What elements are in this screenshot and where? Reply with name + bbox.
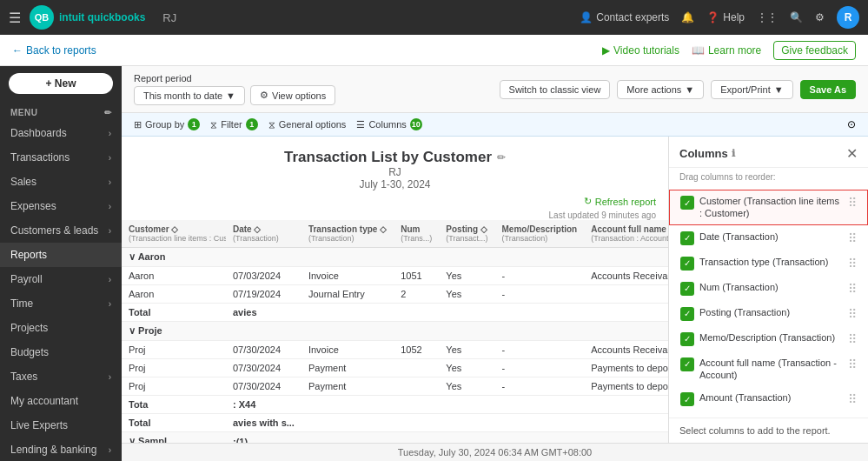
avatar[interactable]: R: [837, 6, 859, 29]
column-item-8[interactable]: ✓Open balance (Transaction)⠿: [669, 411, 868, 418]
report-title-area: Transaction List by Customer ✏ RJ July 1…: [122, 137, 668, 196]
column-item-1[interactable]: ✓Date (Transaction)⠿: [669, 225, 868, 251]
sidebar-items: Dashboards›Transactions›Sales›Expenses›C…: [0, 121, 122, 461]
table-cell: [439, 432, 494, 444]
sidebar-item-sales[interactable]: Sales›: [0, 170, 122, 194]
table-cell: [301, 432, 394, 444]
status-bar: Tuesday, July 30, 2024 06:34 AM GMT+08:0…: [122, 443, 868, 461]
drag-handle-icon-5[interactable]: ⠿: [848, 332, 857, 346]
column-item-5[interactable]: ✓Memo/Description (Transaction)⠿: [669, 326, 868, 351]
export-print-button[interactable]: Export/Print ▼: [711, 80, 792, 99]
column-label-5: Memo/Description (Transaction): [699, 331, 843, 344]
column-item-3[interactable]: ✓Num (Transaction)⠿: [669, 276, 868, 301]
refresh-report-button[interactable]: ↻ Refresh report: [584, 196, 656, 207]
settings-icon[interactable]: ⚙: [815, 11, 825, 23]
sidebar-item-my-accountant[interactable]: My accountant: [0, 389, 122, 413]
drag-handle-icon-1[interactable]: ⠿: [848, 231, 857, 245]
column-checkbox-6[interactable]: ✓: [680, 357, 694, 371]
switch-classic-button[interactable]: Switch to classic view: [500, 80, 611, 99]
learn-more-link[interactable]: 📖 Learn more: [692, 44, 761, 57]
column-checkbox-7[interactable]: ✓: [680, 392, 694, 406]
drag-handle-icon-2[interactable]: ⠿: [848, 257, 857, 271]
column-item-2[interactable]: ✓Transaction type (Transaction)⠿: [669, 251, 868, 276]
drag-handle-icon-0[interactable]: ⠿: [848, 196, 857, 210]
col-header-4: Posting ◇(Transact...): [439, 220, 494, 248]
table-cell: [584, 432, 668, 444]
give-feedback-link[interactable]: Give feedback: [773, 41, 856, 60]
column-item-6[interactable]: ✓Account full name (Transaction - Accoun…: [669, 351, 868, 387]
table-cell: [439, 322, 494, 341]
column-checkbox-1[interactable]: ✓: [680, 231, 694, 245]
sidebar-item-transactions[interactable]: Transactions›: [0, 145, 122, 170]
sidebar-item-reports[interactable]: Reports: [0, 243, 122, 267]
column-checkbox-5[interactable]: ✓: [680, 332, 694, 346]
table-cell: Yes: [439, 285, 494, 304]
table-cell: [584, 396, 668, 414]
drag-handle-icon-4[interactable]: ⠿: [848, 307, 857, 321]
sidebar-item-budgets[interactable]: Budgets: [0, 340, 122, 364]
sidebar-item-expenses[interactable]: Expenses›: [0, 194, 122, 218]
general-options-button[interactable]: ⧖ General options: [268, 119, 347, 130]
table-cell: [495, 414, 585, 432]
close-columns-panel-button[interactable]: ✕: [846, 145, 858, 162]
sidebar-item-lending-banking[interactable]: Lending & banking›: [0, 438, 122, 461]
table-cell: [226, 322, 301, 341]
group-by-button[interactable]: ⊞ Group by 1: [134, 118, 200, 130]
view-options-button[interactable]: ⚙ View options: [250, 85, 335, 105]
report-subtitle: RJ: [122, 166, 668, 178]
info-icon: ℹ: [732, 148, 735, 159]
table-cell: 1051: [394, 267, 439, 285]
table-cell: [495, 396, 585, 414]
table-cell: [394, 248, 439, 267]
sidebar-item-taxes[interactable]: Taxes›: [0, 364, 122, 389]
chevron-right-icon: ›: [109, 299, 111, 309]
column-item-4[interactable]: ✓Posting (Transaction)⠿: [669, 301, 868, 326]
more-actions-button[interactable]: More actions ▼: [617, 80, 704, 99]
sidebar-item-customers-leads[interactable]: Customers & leads›: [0, 218, 122, 243]
drag-handle-icon-6[interactable]: ⠿: [848, 357, 857, 371]
back-arrow-icon: ←: [12, 44, 23, 57]
sidebar-item-projects[interactable]: Projects: [0, 316, 122, 340]
sidebar-item-dashboards[interactable]: Dashboards›: [0, 121, 122, 145]
save-as-button[interactable]: Save As: [800, 80, 856, 99]
column-item-0[interactable]: ✓Customer (Transaction line items : Cust…: [669, 190, 868, 225]
help-button[interactable]: ❓ Help: [706, 11, 745, 23]
table-cell: [226, 248, 301, 267]
columns-panel-title: Columns ℹ: [679, 147, 735, 160]
table-row: Proj07/30/2024PaymentYes-Payments to dep…: [122, 359, 668, 377]
contact-experts-button[interactable]: 👤 Contact experts: [580, 11, 669, 23]
columns-button[interactable]: ☰ Columns 10: [356, 118, 421, 130]
table-cell: 07/03/2024: [226, 267, 301, 285]
column-checkbox-3[interactable]: ✓: [680, 282, 694, 296]
apps-grid-icon[interactable]: ⋮⋮: [757, 11, 778, 23]
video-tutorials-link[interactable]: ▶ Video tutorials: [602, 44, 679, 57]
collapse-icon[interactable]: ⊙: [847, 118, 856, 130]
hamburger-icon[interactable]: ☰: [9, 10, 21, 26]
column-checkbox-4[interactable]: ✓: [680, 307, 694, 321]
column-checkbox-2[interactable]: ✓: [680, 257, 694, 271]
top-bar: ☰ QB intuit quickbooks RJ 👤 Contact expe…: [0, 0, 868, 35]
column-label-7: Amount (Transaction): [699, 391, 843, 404]
col-header-5: Memo/Description(Transaction): [495, 220, 585, 248]
table-cell: [394, 377, 439, 396]
report-date-range: July 1-30, 2024: [122, 178, 668, 190]
columns-panel: Columns ℹ ✕ Drag columns to reorder: ✓Cu…: [668, 137, 868, 443]
sidebar-item-time[interactable]: Time›: [0, 291, 122, 316]
table-cell: [301, 396, 394, 414]
edit-menu-icon[interactable]: ✏: [104, 108, 112, 117]
drag-handle-icon-7[interactable]: ⠿: [848, 392, 857, 406]
new-button[interactable]: + New: [9, 73, 113, 94]
table-cell: [584, 414, 668, 432]
table-cell: Accounts Receivable (A/R): [584, 341, 668, 359]
filter-button[interactable]: ⧖ Filter 1: [210, 118, 257, 130]
sidebar-item-live-experts[interactable]: Live Experts: [0, 413, 122, 438]
back-to-reports-link[interactable]: ← Back to reports: [12, 44, 96, 57]
drag-handle-icon-3[interactable]: ⠿: [848, 282, 857, 296]
search-icon[interactable]: 🔍: [790, 11, 803, 23]
column-item-7[interactable]: ✓Amount (Transaction)⠿: [669, 386, 868, 411]
notifications-icon[interactable]: 🔔: [681, 11, 694, 23]
column-checkbox-0[interactable]: ✓: [680, 196, 694, 210]
sidebar-item-payroll[interactable]: Payroll›: [0, 267, 122, 291]
edit-title-icon[interactable]: ✏: [497, 151, 506, 164]
period-dropdown[interactable]: This month to date ▼: [134, 86, 245, 105]
